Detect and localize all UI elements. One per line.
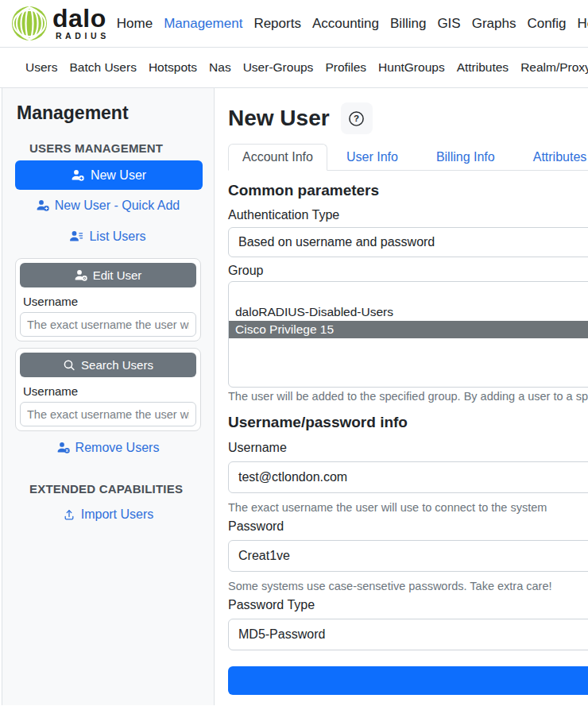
common-parameters-heading: Common parameters [228,182,588,199]
tab-billing-info[interactable]: Billing Info [423,145,509,170]
account-tabs: Account Info User Info Billing Info Attr… [228,144,588,171]
search-users-username-label: Username [23,384,193,398]
question-circle-icon: ? [348,110,365,127]
top-navbar: dalo RADIUS Home Management Reports Acco… [0,0,588,48]
edit-user-card: Edit User Username [15,258,201,341]
topnav-graphs[interactable]: Graphs [472,16,516,32]
new-user-button[interactable]: New User [15,160,203,190]
search-users-username-input[interactable] [20,402,196,426]
username-input[interactable] [228,461,588,493]
new-user-quick-add-link[interactable]: New User - Quick Add [2,199,214,213]
quick-add-link-label: New User - Quick Add [55,199,180,213]
username-label: Username [228,441,588,455]
group-option-selected[interactable]: Cisco Privilege 15 [229,321,588,338]
page-title: New User [228,106,330,131]
remove-users-link[interactable]: Remove Users [2,441,214,455]
subnav-user-groups[interactable]: User-Groups [243,60,314,75]
edit-user-button[interactable]: Edit User [20,263,196,287]
import-users-link[interactable]: Import Users [2,507,214,522]
tab-account-info[interactable]: Account Info [228,144,327,171]
brand-text: dalo RADIUS [52,8,106,41]
password-label: Password [228,519,588,534]
list-users-link[interactable]: List Users [2,230,214,244]
person-gear-icon [75,269,87,282]
sidebar-title: Management [17,102,214,124]
brand-logo[interactable]: dalo RADIUS [11,6,106,41]
subnav-users[interactable]: Users [25,60,57,75]
group-option-blank[interactable] [229,286,588,303]
upload-icon [63,508,75,521]
list-users-link-label: List Users [89,230,145,244]
search-users-card: Search Users Username [15,348,201,431]
credentials-heading: Username/password info [228,414,588,431]
person-x-icon [57,442,70,454]
password-type-label: Password Type [228,598,588,612]
group-label: Group [228,264,588,278]
password-input[interactable] [228,540,588,572]
edit-user-button-label: Edit User [93,268,142,282]
brand-subtitle: RADIUS [56,31,110,41]
subnav-realm-proxy[interactable]: Realm/Proxy [520,60,588,75]
person-plus-icon [37,199,49,212]
password-help-text: Some systems use case-sensetive password… [228,580,588,592]
topnav-config[interactable]: Config [527,16,566,32]
auth-type-selected-value: Based on username and password [238,235,435,249]
topnav-billing[interactable]: Billing [390,16,426,32]
management-sidebar: Management USERS MANAGEMENT New User [2,88,215,705]
topnav-management[interactable]: Management [164,16,242,32]
users-management-section-label: USERS MANAGEMENT [29,141,214,155]
subnav-nas[interactable]: Nas [209,60,231,75]
topnav-links: Home Management Reports Accounting Billi… [117,16,588,32]
topnav-help[interactable]: Help [578,16,588,32]
globe-icon [11,6,50,41]
search-icon [63,359,75,372]
help-button[interactable]: ? [341,102,373,134]
tab-user-info[interactable]: User Info [333,145,412,170]
subnav-attributes[interactable]: Attributes [457,60,509,75]
subnav-hotspots[interactable]: Hotspots [149,60,197,75]
remove-users-link-label: Remove Users [75,441,160,455]
subnav-batch-users[interactable]: Batch Users [69,60,136,75]
import-users-link-label: Import Users [81,507,154,522]
search-users-button-label: Search Users [81,358,153,372]
apply-button[interactable] [228,666,588,695]
auth-type-select[interactable]: Based on username and password [228,227,588,257]
person-plus-icon [72,169,84,182]
management-subnav: Users Batch Users Hotspots Nas User-Grou… [0,48,588,88]
password-type-selected-value: MD5-Password [238,627,325,642]
new-user-button-label: New User [91,168,146,183]
topnav-gis[interactable]: GIS [437,16,460,32]
main-content: New User ? Account Info User Info Billin… [215,88,588,705]
password-type-select[interactable]: MD5-Password [228,619,588,650]
username-help-text: The exact username the user will use to … [228,501,588,514]
tab-attributes[interactable]: Attributes [520,145,588,170]
edit-user-username-input[interactable] [20,312,196,337]
svg-text:?: ? [354,114,359,123]
auth-type-label: Authentication Type [228,208,588,222]
search-users-button[interactable]: Search Users [20,353,196,377]
group-listbox[interactable]: daloRADIUS-Disabled-Users Cisco Privileg… [228,281,588,388]
topnav-accounting[interactable]: Accounting [312,16,379,32]
topnav-home[interactable]: Home [117,16,153,32]
subnav-huntgroups[interactable]: HuntGroups [378,60,445,75]
edit-user-username-label: Username [23,295,193,308]
topnav-reports[interactable]: Reports [253,16,301,32]
group-help-text: The user will be added to the specified … [228,390,588,403]
person-lines-icon [70,230,83,243]
group-option[interactable]: daloRADIUS-Disabled-Users [229,303,588,321]
extended-capabilities-section-label: EXTENDED CAPABILITIES [29,482,214,496]
subnav-profiles[interactable]: Profiles [325,60,366,75]
brand-name: dalo [52,8,106,29]
